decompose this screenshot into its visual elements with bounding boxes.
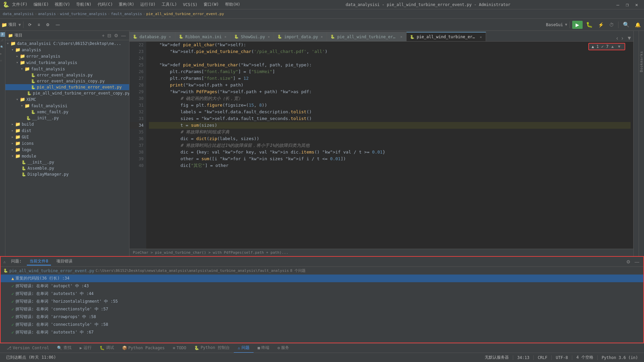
- tree-item[interactable]: 🐍error_event_analysis_copy.py: [5, 78, 129, 84]
- problem-item[interactable]: ✓拼写错误: 在单词 'connectionstyle' 中 :57: [1, 305, 643, 313]
- settings-button[interactable]: ⚙: [44, 20, 52, 29]
- tree-item[interactable]: ▸📁icons: [5, 140, 129, 146]
- activity-icon-vcs[interactable]: ⎇: [0, 39, 5, 44]
- tree-item[interactable]: 🐍pie_all_wind_turbine_error_event_copy.p…: [5, 90, 129, 96]
- tree-item[interactable]: 🐍error_event_analysis.py: [5, 72, 129, 78]
- tree-item[interactable]: 🐍DisplayManager.py: [5, 171, 129, 177]
- filter-button[interactable]: ≡: [35, 20, 42, 29]
- status-item[interactable]: 34:13: [514, 353, 533, 362]
- tab-close-button[interactable]: ✕: [479, 35, 482, 39]
- breadcrumb-part[interactable]: wind_turbine_analysis: [60, 12, 107, 16]
- breadcrumb-part[interactable]: data_analysisi: [3, 12, 34, 16]
- status-item[interactable]: CRLF: [534, 353, 551, 362]
- menu-item[interactable]: 帮助(H): [222, 1, 243, 8]
- bottom-tab-查找[interactable]: 🔍查找: [53, 344, 75, 353]
- status-item[interactable]: 无默认服务器: [481, 353, 512, 362]
- bottom-tab-python-控制台[interactable]: 🐍Python 控制台: [190, 344, 234, 353]
- tree-item[interactable]: 🐍Assemble.py: [5, 165, 129, 171]
- editor-tab[interactable]: 🐍 ShowGui.py ✕: [231, 32, 274, 41]
- menu-item[interactable]: 重构(R): [116, 1, 137, 8]
- tree-item[interactable]: ▾📁fault_analysis: [5, 66, 129, 72]
- code-area[interactable]: "kw">def pie_all_char("kw">self): "kw">s…: [146, 42, 633, 249]
- problem-file-row[interactable]: 🐍 pie_all_wind_turbine_error_event.py C:…: [1, 267, 643, 275]
- activity-icon-todo[interactable]: ☑: [0, 59, 5, 64]
- tree-item[interactable]: 🐍xemc_fault.py: [5, 109, 129, 115]
- collapse-button[interactable]: —: [53, 20, 62, 29]
- menu-item[interactable]: 文件(F): [9, 1, 30, 8]
- tab-close-button[interactable]: ✕: [168, 35, 171, 39]
- coverage-button[interactable]: ⚡: [596, 21, 606, 29]
- bottom-tab-todo[interactable]: ≡TODO: [169, 344, 190, 353]
- tree-item[interactable]: ▸📁build: [5, 121, 129, 127]
- editor-tab[interactable]: 🐍 import_data.py ✕: [274, 32, 327, 41]
- problem-item[interactable]: ✓拼写错误: 在单词 'connectionstyle' 中 :58: [1, 321, 643, 328]
- bottom-tab-调试[interactable]: 🐛调试: [96, 344, 118, 353]
- tree-item[interactable]: ▸📁error_analysis: [5, 53, 129, 59]
- collapse-tree-button[interactable]: ⊟: [107, 33, 112, 38]
- problems-close-button[interactable]: —: [633, 259, 641, 264]
- maximize-button[interactable]: ❐: [623, 0, 632, 9]
- tree-item[interactable]: 🐍__init__.py: [5, 159, 129, 165]
- breadcrumb-part[interactable]: analysis: [38, 12, 56, 16]
- debug-button[interactable]: 🐛: [584, 21, 595, 29]
- problem-item[interactable]: ✓拼写错误: 在单词 'horizontalalignment' 中 :55: [1, 298, 643, 305]
- search-button[interactable]: 🔍: [621, 21, 632, 29]
- close-button[interactable]: ✕: [632, 0, 641, 9]
- tree-item[interactable]: ▾📁data_analysisi C:\Users\86152\Desktop\…: [5, 40, 129, 47]
- problems-tab-project[interactable]: 项目错误: [54, 258, 75, 265]
- notification-button[interactable]: 🔔: [633, 21, 643, 29]
- search-next-button[interactable]: ▼: [616, 44, 622, 49]
- bottom-tab-python-packages[interactable]: 📦Python Packages: [118, 344, 169, 353]
- tab-close-button[interactable]: ✕: [320, 35, 323, 39]
- editor-tab[interactable]: 🐍 Ribbon_main.ini ✕: [175, 32, 231, 41]
- search-prev-button[interactable]: ▲: [610, 44, 615, 49]
- bottom-tab-终端[interactable]: ■终端: [254, 344, 273, 353]
- bottom-tab-问题[interactable]: ⚠问题: [234, 344, 254, 353]
- tree-item[interactable]: ▾📁module: [5, 153, 129, 159]
- tab-close-button[interactable]: ✕: [399, 35, 403, 39]
- menu-item[interactable]: 代码(C): [95, 1, 116, 8]
- tree-item[interactable]: 🐍__init__.py: [5, 115, 129, 121]
- bottom-tab-服务[interactable]: ⚙服务: [273, 344, 293, 353]
- tab-scroll-right[interactable]: ›: [620, 35, 625, 41]
- tab-scroll-left[interactable]: ‹: [615, 35, 620, 41]
- tab-close-button[interactable]: ✕: [267, 35, 270, 39]
- tree-item[interactable]: ▾📁fault_analysisi: [5, 103, 129, 109]
- activity-icon-project[interactable]: P: [0, 32, 5, 37]
- menu-item[interactable]: 工具(L): [159, 1, 180, 8]
- activity-icon-search[interactable]: 🔍: [0, 46, 5, 50]
- problem-item[interactable]: ✓拼写错误: 在单词 'arrowprops' 中 :58: [1, 313, 643, 321]
- menu-item[interactable]: 窗口(W): [201, 1, 222, 8]
- problem-item[interactable]: ✓拼写错误: 在单词 'autotexts' 中 :44: [1, 290, 643, 298]
- tree-item[interactable]: ▸📁GUI: [5, 134, 129, 140]
- problem-item[interactable]: ✓拼写错误: 在单词 'autopct' 中 :43: [1, 282, 643, 290]
- profile-dropdown-icon[interactable]: ▼: [565, 22, 567, 27]
- menu-item[interactable]: 编辑(E): [31, 1, 52, 8]
- run-button[interactable]: ▶: [572, 21, 583, 29]
- editor-tab[interactable]: 🐍 database.py ✕: [129, 32, 175, 41]
- minimize-button[interactable]: —: [613, 0, 623, 9]
- profile-run-button[interactable]: ⏱: [607, 21, 616, 29]
- status-item[interactable]: Python 3.6 (in): [598, 353, 641, 362]
- menu-item[interactable]: VCS(S): [180, 2, 200, 8]
- problem-item[interactable]: ✓拼写错误: 在单词 'autotexts' 中 :67: [1, 328, 643, 336]
- editor-tab[interactable]: 🐍 pie_all_wind_turbine_error_event_copy.…: [327, 32, 407, 41]
- sync-button[interactable]: ⟳: [26, 20, 34, 29]
- tab-close-button[interactable]: ✕: [224, 35, 227, 39]
- tree-item[interactable]: ▾📁wind_turbine_analysis: [5, 59, 129, 66]
- add-file-button[interactable]: +: [101, 33, 105, 38]
- tree-item[interactable]: ▸📁logo: [5, 146, 129, 153]
- activity-icon-run[interactable]: ▶: [0, 52, 5, 57]
- status-item[interactable]: 4 个空格: [573, 353, 596, 362]
- problem-item[interactable]: ▲重复的代码段(36 行长) :34: [1, 275, 643, 282]
- code-editor[interactable]: 22232425262728293031323334353637383940 "…: [129, 42, 633, 249]
- problems-tab-current[interactable]: 当前文件8: [27, 258, 51, 265]
- tree-item[interactable]: ▸📁dist: [5, 127, 129, 134]
- bottom-tab-运行[interactable]: ▶运行: [75, 344, 95, 353]
- bottom-tab-version-control[interactable]: ⎇Version Control: [3, 344, 53, 353]
- project-dropdown-icon[interactable]: ▼: [18, 22, 21, 27]
- tree-item[interactable]: ▾📁analysis: [5, 47, 129, 53]
- menu-item[interactable]: 运行(U): [138, 1, 158, 8]
- settings-tree-button[interactable]: ⚙: [113, 33, 119, 38]
- close-tree-button[interactable]: —: [120, 33, 126, 38]
